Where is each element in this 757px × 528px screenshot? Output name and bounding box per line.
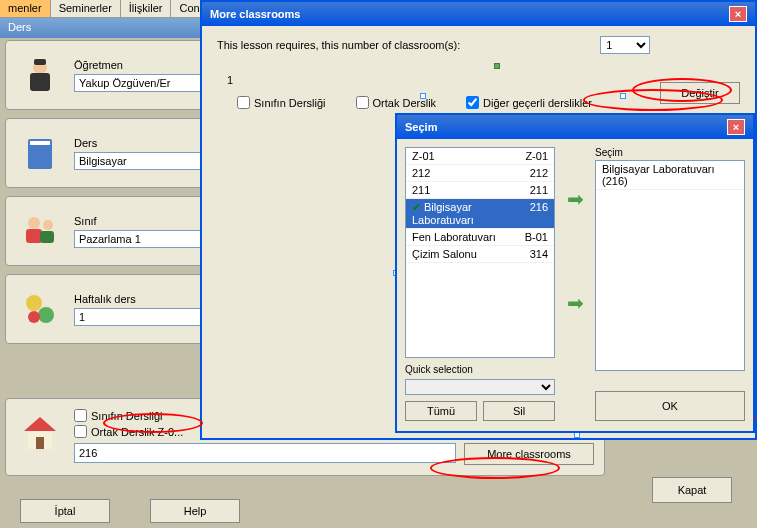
- tab-menler[interactable]: menler: [0, 0, 51, 17]
- classroom-count-select[interactable]: 1: [600, 36, 650, 54]
- more-window-title: More classrooms: [210, 8, 300, 20]
- list-item[interactable]: Bilgisayar Laboratuvarı (216): [596, 161, 744, 190]
- tab-seminerler[interactable]: Seminerler: [51, 0, 121, 17]
- secim-right-label: Seçim: [595, 147, 745, 158]
- check-icon: ✔: [412, 201, 421, 213]
- house-icon: [16, 409, 64, 457]
- more-classrooms-button[interactable]: More classrooms: [464, 443, 594, 465]
- list-item[interactable]: 211211: [406, 182, 554, 199]
- tumu-button[interactable]: Tümü: [405, 401, 477, 421]
- svg-rect-7: [26, 229, 42, 243]
- quick-selection-label: Quick selection: [405, 364, 555, 375]
- secim-close-icon[interactable]: ×: [727, 119, 745, 135]
- chk-ortak-label: Ortak Derslik: [373, 97, 437, 109]
- kapat-button[interactable]: Kapat: [652, 477, 732, 503]
- available-list[interactable]: Z-01Z-01 212212 211211 ✔Bilgisayar Labor…: [405, 147, 555, 358]
- chk-ortak[interactable]: [356, 96, 369, 109]
- svg-marker-12: [24, 417, 56, 431]
- svg-rect-2: [34, 59, 46, 65]
- cancel-button[interactable]: İptal: [20, 499, 110, 523]
- degistir-button[interactable]: Değiştir: [660, 82, 740, 104]
- more-window-titlebar: More classrooms ×: [202, 2, 755, 26]
- svg-point-6: [43, 220, 53, 230]
- selection-handle[interactable]: [620, 93, 626, 99]
- classroom-value-input[interactable]: [74, 443, 456, 463]
- people-icon: [16, 207, 64, 255]
- chk-sinifin[interactable]: [237, 96, 250, 109]
- bottom-buttons: İptal Help: [20, 499, 240, 523]
- classroom-chk2[interactable]: [74, 425, 87, 438]
- svg-point-11: [28, 311, 40, 323]
- arrow-right-icon[interactable]: ➡: [563, 187, 587, 211]
- quick-selection-dropdown[interactable]: [405, 379, 555, 395]
- svg-rect-4: [30, 141, 50, 145]
- list-item[interactable]: 212212: [406, 165, 554, 182]
- list-item[interactable]: Çizim Salonu314: [406, 246, 554, 263]
- sil-button[interactable]: Sil: [483, 401, 555, 421]
- tab-iliskiler[interactable]: İlişkiler: [121, 0, 172, 17]
- close-icon[interactable]: ×: [729, 6, 747, 22]
- svg-rect-1: [30, 73, 50, 91]
- list-item[interactable]: ✔Bilgisayar Laboratuvarı216: [406, 199, 554, 229]
- chk-diger-label: Diğer geçerli derslikler: [483, 97, 592, 109]
- secim-ok-button[interactable]: OK: [595, 391, 745, 421]
- classroom-chk1-label: Sınıfın Dersliği: [91, 410, 163, 422]
- svg-point-10: [38, 307, 54, 323]
- balls-icon: [16, 285, 64, 333]
- svg-point-9: [26, 295, 42, 311]
- svg-point-5: [28, 217, 40, 229]
- selected-list[interactable]: Bilgisayar Laboratuvarı (216): [595, 160, 745, 371]
- help-button[interactable]: Help: [150, 499, 240, 523]
- secim-window: Seçim × Z-01Z-01 212212 211211 ✔Bilgisay…: [395, 113, 755, 433]
- book-icon: [16, 129, 64, 177]
- arrow-right-icon-2[interactable]: ➡: [563, 291, 587, 315]
- secim-title: Seçim: [405, 121, 437, 133]
- requires-text: This lesson requires, this number of cla…: [217, 39, 460, 51]
- selection-handle[interactable]: [494, 63, 500, 69]
- list-item[interactable]: Fen LaboratuvarıB-01: [406, 229, 554, 246]
- chk-diger[interactable]: [466, 96, 479, 109]
- classroom-chk2-label: Ortak Derslik Z-0...: [91, 426, 183, 438]
- list-item[interactable]: Z-01Z-01: [406, 148, 554, 165]
- teacher-icon: [16, 51, 64, 99]
- classroom-chk1[interactable]: [74, 409, 87, 422]
- secim-titlebar: Seçim ×: [397, 115, 753, 139]
- svg-rect-14: [36, 437, 44, 449]
- svg-rect-8: [40, 231, 54, 243]
- chk-sinifin-label: Sınıfın Dersliği: [254, 97, 326, 109]
- selection-handle[interactable]: [420, 93, 426, 99]
